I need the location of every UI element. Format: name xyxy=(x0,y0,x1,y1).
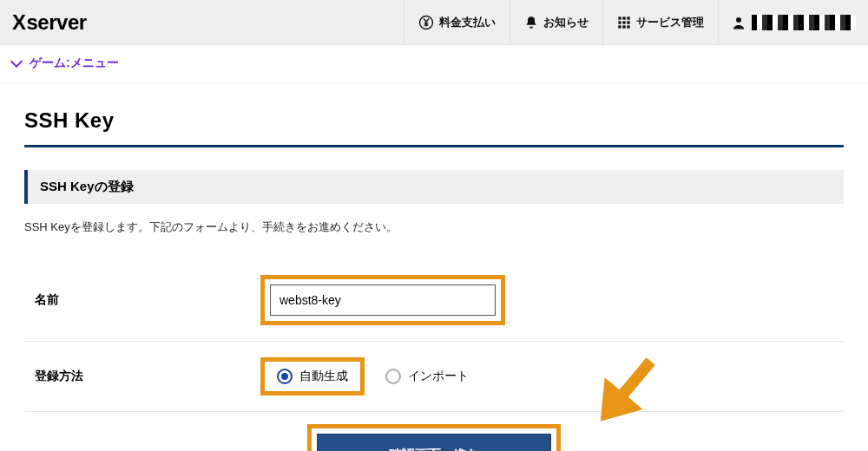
nav-payment-label: 料金支払い xyxy=(439,15,496,30)
nav-services-label: サービス管理 xyxy=(636,15,704,30)
highlight-box: 確認画面へ進む xyxy=(307,424,561,451)
breadcrumb-label: ゲーム:メニュー xyxy=(30,56,119,71)
highlight-box xyxy=(260,275,505,325)
yen-icon xyxy=(418,15,434,30)
svg-rect-8 xyxy=(622,25,625,28)
logo[interactable]: Xserver xyxy=(0,0,99,44)
panel-description: SSH Keyを登録します。下記のフォームより、手続きをお進めください。 xyxy=(24,219,844,235)
ssh-key-name-input[interactable] xyxy=(270,284,496,316)
svg-rect-4 xyxy=(618,21,621,23)
svg-rect-5 xyxy=(622,21,625,23)
radio-icon xyxy=(277,369,293,384)
nav-services[interactable]: サービス管理 xyxy=(602,0,718,44)
svg-rect-3 xyxy=(627,16,629,19)
nav-news[interactable]: お知らせ xyxy=(510,0,602,44)
form-row-name: 名前 xyxy=(24,259,844,342)
nav-news-label: お知らせ xyxy=(543,15,589,30)
svg-rect-9 xyxy=(627,25,629,28)
logo-text: server xyxy=(27,10,87,35)
logo-x-icon: X xyxy=(12,10,26,35)
svg-rect-2 xyxy=(622,16,625,19)
user-icon xyxy=(731,15,746,30)
svg-rect-6 xyxy=(627,21,629,23)
account-name-redacted xyxy=(752,15,856,30)
svg-rect-1 xyxy=(618,16,621,19)
radio-import-label: インポート xyxy=(408,369,469,384)
svg-point-10 xyxy=(736,17,741,23)
bell-icon xyxy=(524,16,538,29)
breadcrumb-game-menu[interactable]: ゲーム:メニュー xyxy=(12,56,119,71)
chevron-down-icon xyxy=(10,56,23,68)
proceed-to-confirm-button[interactable]: 確認画面へ進む xyxy=(317,434,551,451)
grid-icon xyxy=(617,16,631,29)
radio-icon xyxy=(385,369,401,384)
svg-rect-7 xyxy=(618,25,621,28)
form-label-method: 登録方法 xyxy=(35,369,260,384)
account-menu[interactable] xyxy=(718,0,868,44)
nav-payment[interactable]: 料金支払い xyxy=(404,0,510,44)
radio-auto-generate[interactable]: 自動生成 xyxy=(277,369,348,384)
panel-heading: SSH Keyの登録 xyxy=(24,170,844,204)
radio-import[interactable]: インポート xyxy=(385,369,469,384)
page-title: SSH Key xyxy=(24,108,844,147)
form-row-method: 登録方法 自動生成 インポート xyxy=(24,342,844,412)
highlight-box: 自動生成 xyxy=(260,357,365,395)
form-label-name: 名前 xyxy=(35,292,260,308)
radio-auto-label: 自動生成 xyxy=(299,369,348,384)
